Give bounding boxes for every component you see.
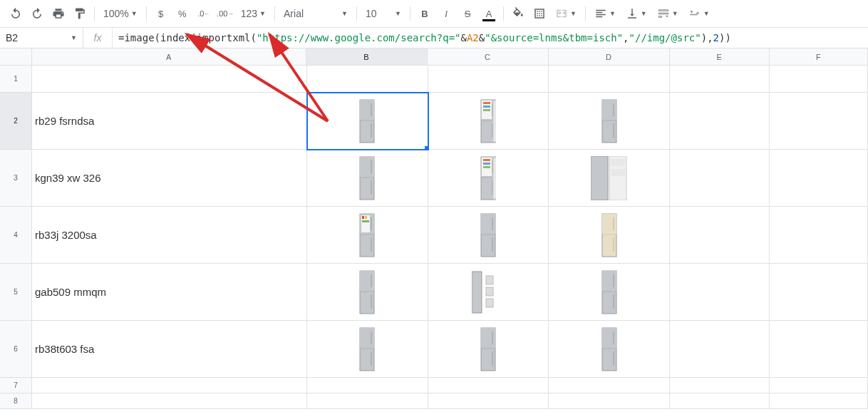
cell-E7[interactable] xyxy=(670,378,770,393)
align-bottom-icon xyxy=(626,7,639,20)
svg-rect-53 xyxy=(492,217,493,230)
cell-A3[interactable]: kgn39 xw 326 xyxy=(32,150,307,207)
cell-E8[interactable] xyxy=(670,393,770,409)
row-header[interactable]: 4 xyxy=(0,207,32,264)
percent-button[interactable]: % xyxy=(172,4,192,24)
fridge-image xyxy=(601,213,617,257)
cell-E6[interactable] xyxy=(670,321,770,378)
svg-rect-73 xyxy=(613,294,614,309)
undo-button[interactable] xyxy=(6,4,26,24)
zoom-dropdown[interactable]: 100%▼ xyxy=(99,4,142,24)
cell-F8[interactable] xyxy=(770,393,868,409)
text-rotation-dropdown[interactable]: ▼ xyxy=(684,4,714,24)
cell-A7[interactable] xyxy=(32,378,307,393)
vertical-align-dropdown[interactable]: ▼ xyxy=(621,4,651,24)
cell-C5[interactable] xyxy=(428,264,549,321)
cell-F4[interactable] xyxy=(770,207,868,264)
cell-F3[interactable] xyxy=(770,150,868,207)
redo-button[interactable] xyxy=(27,4,47,24)
column-header-F[interactable]: F xyxy=(770,48,868,66)
cell-B8[interactable] xyxy=(307,393,428,409)
text-color-button[interactable]: A xyxy=(479,4,499,24)
font-size-dropdown[interactable]: 10▼ xyxy=(361,4,405,24)
cell-C6[interactable] xyxy=(428,321,549,378)
row-header[interactable]: 3 xyxy=(0,150,32,207)
decrease-decimal-button[interactable]: .0← xyxy=(194,4,214,24)
cell-E2[interactable] xyxy=(670,93,770,150)
more-formats-dropdown[interactable]: 123▼ xyxy=(237,4,270,24)
borders-button[interactable] xyxy=(529,4,549,24)
strikethrough-button[interactable]: S xyxy=(458,4,477,24)
cell-D8[interactable] xyxy=(549,393,670,409)
chevron-down-icon: ▼ xyxy=(71,34,77,41)
cell-B3[interactable] xyxy=(307,150,428,207)
cell-D5[interactable] xyxy=(549,264,670,321)
cell-B7[interactable] xyxy=(307,378,428,393)
row-header[interactable]: 1 xyxy=(0,66,32,93)
cell-B4[interactable] xyxy=(307,207,428,264)
cell-D4[interactable] xyxy=(549,207,670,264)
cell-F5[interactable] xyxy=(770,264,868,321)
svg-rect-68 xyxy=(486,299,493,307)
column-header-A[interactable]: A xyxy=(32,48,306,66)
cell-F6[interactable] xyxy=(770,321,868,378)
cell-B1[interactable] xyxy=(307,66,428,93)
cell-C1[interactable] xyxy=(428,66,549,93)
increase-decimal-button[interactable]: .00→ xyxy=(215,4,235,24)
bold-button[interactable]: B xyxy=(415,4,435,24)
svg-rect-67 xyxy=(486,287,493,296)
column-header-D[interactable]: D xyxy=(549,48,670,66)
cell-D1[interactable] xyxy=(549,66,670,93)
currency-button[interactable]: $ xyxy=(151,4,171,24)
cell-E5[interactable] xyxy=(670,264,770,321)
fridge-image xyxy=(591,156,628,200)
cell-B5[interactable] xyxy=(307,264,428,321)
formula-input[interactable]: =image(index(importxml("https://www.goog… xyxy=(113,28,868,48)
print-button[interactable] xyxy=(48,4,68,24)
cell-C7[interactable] xyxy=(428,378,549,393)
cell-A2[interactable]: rb29 fsrndsa xyxy=(32,93,307,150)
row-header[interactable]: 7 xyxy=(0,378,32,393)
text-wrap-dropdown[interactable]: ▼ xyxy=(653,4,683,24)
merge-dropdown[interactable]: ▼ xyxy=(551,4,581,24)
cell-D3[interactable] xyxy=(549,150,670,207)
cell-F7[interactable] xyxy=(770,378,868,393)
paint-format-button[interactable] xyxy=(70,4,90,24)
cell-A5[interactable]: gab509 mmqm xyxy=(32,264,307,321)
cell-D2[interactable] xyxy=(549,93,670,150)
column-header-E[interactable]: E xyxy=(670,48,770,66)
column-header-B[interactable]: B xyxy=(306,48,428,66)
cell-A6[interactable]: rb38t603 fsa xyxy=(32,321,307,378)
cell-C2[interactable] xyxy=(428,93,549,150)
cell-B6[interactable] xyxy=(307,321,428,378)
cell-E1[interactable] xyxy=(670,66,770,93)
cell-A1[interactable] xyxy=(32,66,307,93)
cell-C3[interactable] xyxy=(428,150,549,207)
fx-icon: fx xyxy=(83,28,113,48)
cell-E3[interactable] xyxy=(670,150,770,207)
row-header[interactable]: 6 xyxy=(0,321,32,378)
cell-C4[interactable] xyxy=(428,207,549,264)
row-header[interactable]: 2 xyxy=(0,93,32,150)
font-family-dropdown[interactable]: Arial▼ xyxy=(279,4,352,24)
name-box[interactable]: B2 ▼ xyxy=(0,28,83,48)
cell-D7[interactable] xyxy=(549,378,670,393)
cell-F1[interactable] xyxy=(770,66,868,93)
cell-E4[interactable] xyxy=(670,207,770,264)
svg-rect-65 xyxy=(472,272,482,313)
cell-B2[interactable] xyxy=(307,93,428,150)
cell-D6[interactable] xyxy=(549,321,670,378)
column-header-C[interactable]: C xyxy=(428,48,549,66)
row-header[interactable]: 5 xyxy=(0,264,32,321)
italic-button[interactable]: I xyxy=(436,4,456,24)
svg-rect-66 xyxy=(486,276,493,284)
select-all-corner[interactable] xyxy=(0,48,32,66)
cell-A4[interactable]: rb33j 3200sa xyxy=(32,207,307,264)
cell-F2[interactable] xyxy=(770,93,868,150)
fill-color-button[interactable] xyxy=(508,4,528,24)
cell-A8[interactable] xyxy=(32,393,307,409)
svg-rect-82 xyxy=(492,331,493,344)
horizontal-align-dropdown[interactable]: ▼ xyxy=(590,4,620,24)
row-header[interactable]: 8 xyxy=(0,393,32,409)
cell-C8[interactable] xyxy=(428,393,549,409)
